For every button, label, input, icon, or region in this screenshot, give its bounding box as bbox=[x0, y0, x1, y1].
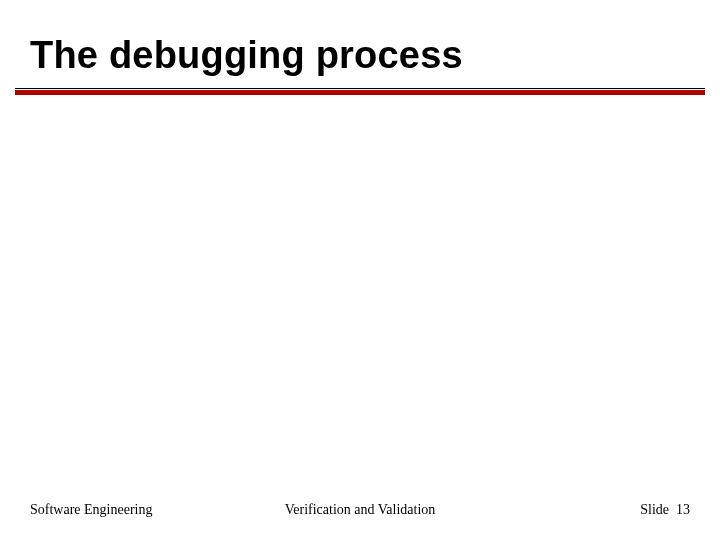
slide-footer: Software Engineering Verification and Va… bbox=[0, 498, 720, 518]
title-rule-red bbox=[15, 90, 705, 95]
footer-center: Verification and Validation bbox=[0, 502, 720, 518]
footer-slide-number: 13 bbox=[676, 502, 690, 517]
slide-title: The debugging process bbox=[30, 34, 463, 77]
footer-slide-label: Slide bbox=[640, 502, 669, 517]
title-rule-thin bbox=[15, 88, 705, 89]
footer-right: Slide 13 bbox=[640, 502, 690, 518]
slide: The debugging process Software Engineeri… bbox=[0, 0, 720, 540]
